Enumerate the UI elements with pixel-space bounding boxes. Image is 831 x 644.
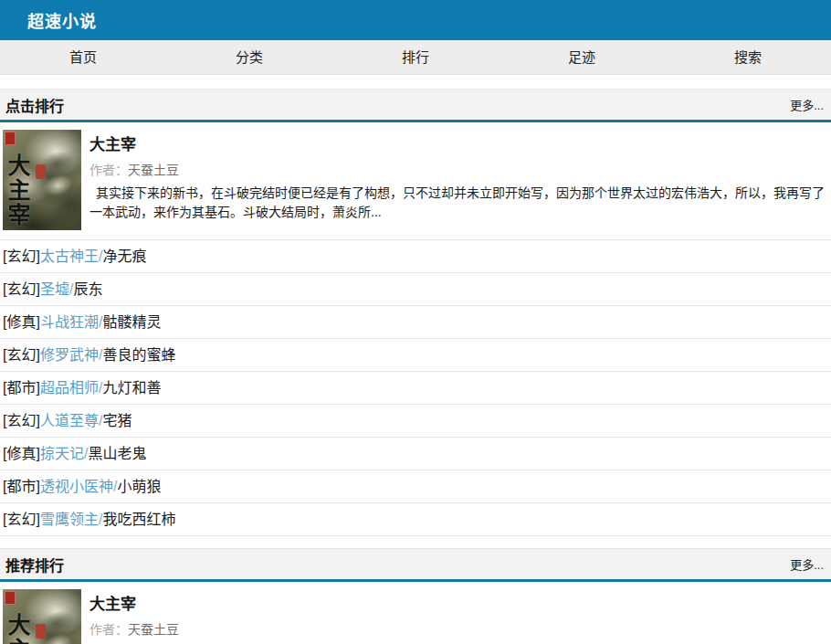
seal-small-icon [36, 624, 46, 639]
seal-small-icon [36, 164, 46, 179]
dragon-artwork [26, 140, 81, 212]
nav-item-footprints[interactable]: 足迹 [499, 40, 665, 74]
book-cover-image[interactable]: 大主宰 [3, 130, 81, 230]
list-item: [玄幻]太古神王/净无痕 [0, 239, 831, 272]
book-category: [玄幻] [3, 512, 40, 527]
list-item: [修真]斗战狂潮/骷髅精灵 [0, 305, 831, 338]
featured-book: 大主宰 大主宰 作者：天蚕土豆 其实接下来的新书，在斗破完结时便已经是有了构想，… [0, 122, 831, 239]
book-title-link[interactable]: 人道至尊 [40, 413, 99, 428]
site-title[interactable]: 超速小说 [27, 8, 97, 32]
book-list: [玄幻]太古神王/净无痕 [玄幻]圣墟/辰东 [修真]斗战狂潮/骷髅精灵 [玄幻… [0, 239, 831, 536]
cover-title-text: 大主宰 [5, 153, 28, 227]
nav-item-categories[interactable]: 分类 [166, 40, 332, 74]
featured-book-description: 其实接下来的新书，在斗破完结时便已经是有了构想，只不过却并未立即开始写，因为那个… [89, 184, 831, 222]
book-author: 净无痕 [102, 248, 146, 264]
book-author: 辰东 [73, 281, 102, 297]
book-category: [玄幻] [3, 281, 40, 297]
nav-item-home[interactable]: 首页 [0, 40, 166, 74]
list-item: [玄幻]雪鹰领主/我吃西红柿 [0, 502, 831, 535]
section-header: 点击排行 更多... [0, 89, 831, 122]
featured-book-info: 大主宰 作者：天蚕土豆 其实接下来的新书，在斗破完结时便已经是有了构想，只不过却… [89, 130, 831, 230]
book-category: [都市] [3, 380, 40, 396]
book-category: [玄幻] [3, 347, 40, 363]
app-header: 超速小说 [0, 0, 831, 40]
list-item: [玄幻]修罗武神/善良的蜜蜂 [0, 338, 831, 371]
list-item: [都市]超品相师/九灯和善 [0, 371, 831, 404]
featured-book-title-link[interactable]: 大主宰 [89, 132, 831, 154]
book-author: 小萌狼 [117, 479, 161, 494]
section-title: 推荐排行 [5, 554, 64, 575]
book-title-link[interactable]: 掠天记 [40, 446, 84, 461]
nav-item-search[interactable]: 搜索 [665, 40, 831, 74]
book-author: 我吃西红柿 [102, 512, 175, 527]
dragon-artwork [26, 599, 81, 644]
main-content: 点击排行 更多... 大主宰 大主宰 作者：天蚕土豆 其实接下来的新书，在斗破完… [0, 89, 831, 644]
section-title: 点击排行 [5, 94, 64, 116]
book-title-link[interactable]: 修罗武神 [40, 347, 99, 363]
author-name: 天蚕土豆 [128, 163, 179, 177]
featured-book-author: 作者：天蚕土豆 [89, 619, 831, 638]
section-header: 推荐排行 更多... [0, 548, 831, 582]
book-cover-image[interactable]: 大主宰 [3, 589, 81, 644]
book-author: 骷髅精灵 [102, 314, 161, 330]
main-nav: 首页 分类 排行 足迹 搜索 [0, 40, 831, 75]
author-label: 作者： [89, 163, 128, 177]
list-item: [都市]透视小医神/小萌狼 [0, 470, 831, 502]
more-link[interactable]: 更多... [790, 96, 824, 113]
book-category: [修真] [3, 314, 40, 330]
book-title-link[interactable]: 透视小医神 [40, 479, 113, 494]
list-item: [玄幻]圣墟/辰东 [0, 272, 831, 305]
nav-item-ranking[interactable]: 排行 [332, 40, 499, 74]
cover-title-text: 大主宰 [5, 613, 28, 644]
list-item: [修真]掠天记/黑山老鬼 [0, 437, 831, 470]
featured-book-author: 作者：天蚕土豆 [89, 160, 831, 178]
seal-stamp-icon [5, 132, 16, 145]
section-click-ranking: 点击排行 更多... 大主宰 大主宰 作者：天蚕土豆 其实接下来的新书，在斗破完… [0, 89, 831, 536]
book-category: [玄幻] [3, 248, 40, 264]
book-category: [都市] [3, 479, 40, 494]
book-category: [玄幻] [3, 413, 40, 428]
featured-book: 大主宰 大主宰 作者：天蚕土豆 其实接下来的新书，在斗破完结时便已经是有了构想，… [0, 582, 831, 644]
book-author: 九灯和善 [102, 380, 161, 396]
book-author: 善良的蜜蜂 [102, 347, 175, 363]
book-title-link[interactable]: 超品相师 [40, 380, 99, 396]
list-item: [玄幻]人道至尊/宅猪 [0, 404, 831, 437]
featured-book-title-link[interactable]: 大主宰 [89, 591, 831, 614]
book-title-link[interactable]: 斗战狂潮 [40, 314, 99, 330]
featured-book-info: 大主宰 作者：天蚕土豆 其实接下来的新书，在斗破完结时便已经是有了构想，只不过却… [89, 589, 831, 644]
book-author: 宅猪 [102, 413, 131, 428]
seal-stamp-icon [5, 591, 16, 605]
author-name: 天蚕土豆 [128, 622, 179, 637]
more-link[interactable]: 更多... [790, 555, 824, 573]
author-label: 作者： [89, 622, 128, 637]
book-title-link[interactable]: 雪鹰领主 [40, 512, 99, 527]
book-author: 黑山老鬼 [88, 446, 146, 461]
section-recommend-ranking: 推荐排行 更多... 大主宰 大主宰 作者：天蚕土豆 其实接下来的新书，在斗破完… [0, 548, 831, 644]
book-title-link[interactable]: 圣墟 [40, 281, 69, 297]
book-category: [修真] [3, 446, 40, 461]
book-title-link[interactable]: 太古神王 [40, 248, 99, 264]
